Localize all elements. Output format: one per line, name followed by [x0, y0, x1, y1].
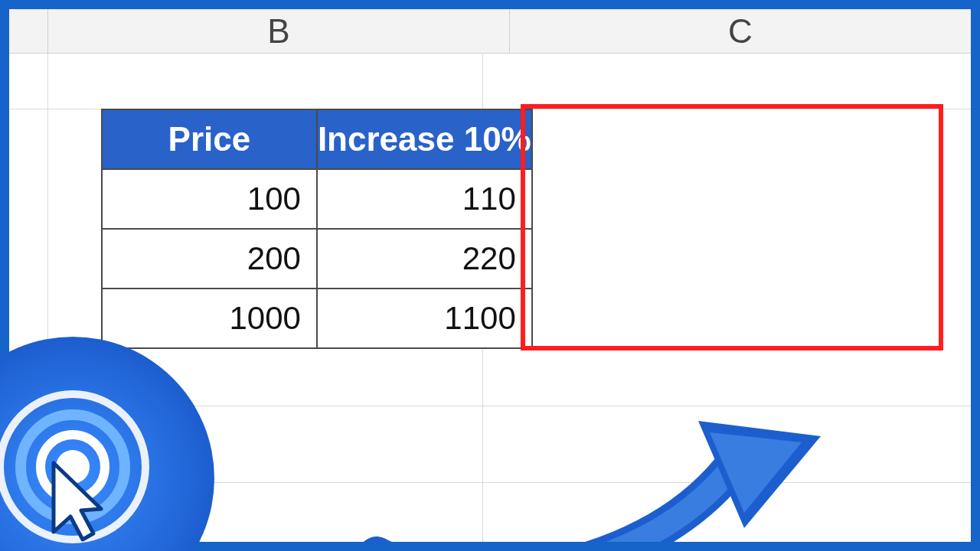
- table-row: 200 220: [102, 229, 532, 289]
- svg-marker-0: [698, 421, 821, 528]
- selection-highlight: [521, 104, 943, 350]
- column-header-b[interactable]: B: [47, 9, 509, 53]
- curved-arrow-icon: [346, 390, 836, 542]
- column-header-gutter: [9, 9, 47, 53]
- cell-price[interactable]: 1000: [102, 289, 317, 348]
- cell-price[interactable]: 200: [102, 229, 317, 289]
- header-price[interactable]: Price: [102, 109, 317, 169]
- table-header-row: Price Increase 10%: [102, 109, 532, 169]
- data-table: Price Increase 10% 100 110 200 220 1000 …: [101, 109, 533, 349]
- cell-increase[interactable]: 220: [317, 229, 532, 289]
- column-header-c[interactable]: C: [509, 9, 971, 53]
- cell-increase[interactable]: 1100: [317, 289, 532, 348]
- svg-marker-1: [710, 432, 802, 513]
- table-row: 1000 1100: [102, 289, 532, 348]
- table-row: 100 110: [102, 169, 532, 229]
- cell-increase[interactable]: 110: [317, 169, 532, 229]
- header-increase[interactable]: Increase 10%: [317, 109, 532, 169]
- column-header-row: B C: [9, 9, 971, 54]
- cell-price[interactable]: 100: [102, 169, 317, 229]
